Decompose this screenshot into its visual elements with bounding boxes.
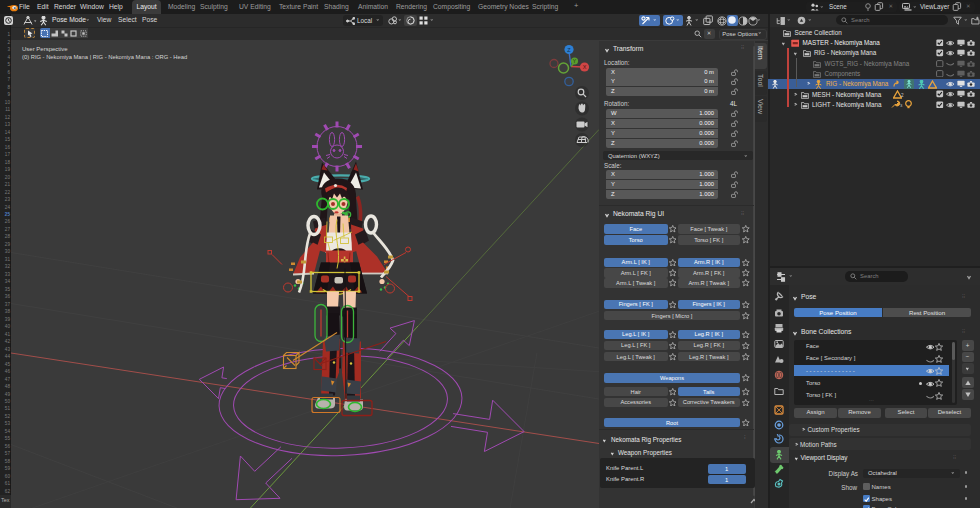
- svg-text:(0) RIG - Nekomiya Mana | RIG: (0) RIG - Nekomiya Mana | RIG - Nekomiya…: [22, 54, 187, 60]
- svg-text:X: X: [583, 64, 587, 70]
- svg-text:User Perspective: User Perspective: [22, 46, 68, 52]
